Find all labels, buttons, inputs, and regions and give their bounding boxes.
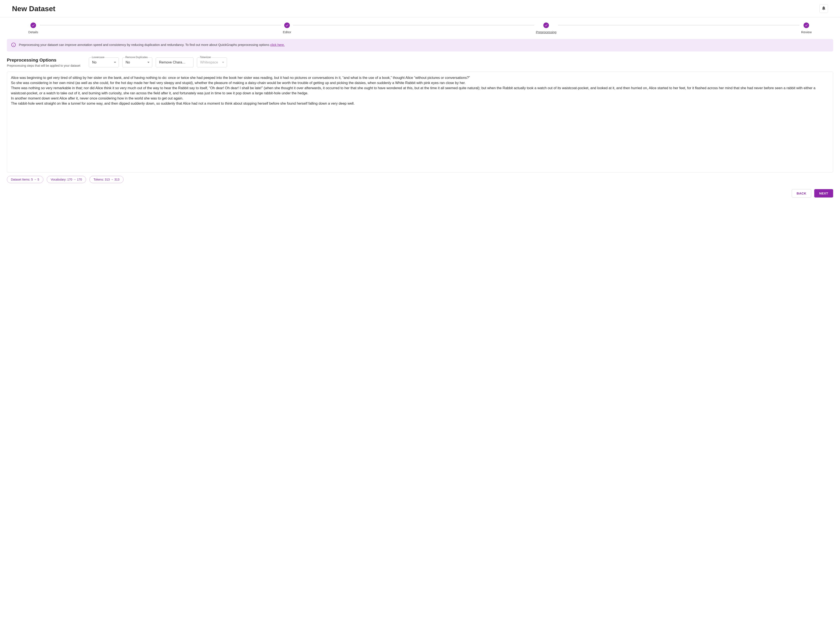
info-message: Preprocessing your dataset can improve a… <box>19 42 285 47</box>
remove-chars-input[interactable]: Remove Chara… <box>156 57 193 67</box>
back-button[interactable]: BACK <box>792 189 811 198</box>
field-remove-duplicates: Remove Duplicates No <box>122 57 152 67</box>
step-label: Review <box>801 30 812 34</box>
select-value: No <box>125 60 130 64</box>
step-review[interactable]: Review <box>801 23 812 34</box>
options-title: Preprocessing Options <box>7 57 80 63</box>
select-value: Whitespace <box>200 60 218 64</box>
options-controls: Lowercase No Remove Duplicates No Remove… <box>89 57 227 67</box>
stepper: Details Editor Preprocessing Review <box>7 23 833 39</box>
field-remove-chars: Remove Chara… <box>156 57 193 67</box>
bell-icon <box>821 6 826 11</box>
field-lowercase: Lowercase No <box>89 57 119 67</box>
check-icon <box>31 23 36 28</box>
remove-duplicates-select[interactable]: No <box>122 57 152 67</box>
step-label: Editor <box>283 30 291 34</box>
info-text: Preprocessing your dataset can improve a… <box>19 43 270 47</box>
step-label: Preprocessing <box>536 30 556 34</box>
check-icon <box>543 23 549 28</box>
footer-buttons: BACK NEXT <box>7 189 833 198</box>
select-value: No <box>92 60 96 64</box>
info-banner: Preprocessing your dataset can improve a… <box>7 39 833 52</box>
chip-dataset-items: Dataset Items: 5 → 5 <box>7 176 43 183</box>
tokenizer-select[interactable]: Whitespace <box>197 57 227 67</box>
info-link[interactable]: click here. <box>270 43 285 47</box>
chip-tokens: Tokens: 313 → 313 <box>89 176 123 183</box>
preview-text-box[interactable]: Alice was beginning to get very tired of… <box>7 71 833 172</box>
info-icon <box>11 42 16 48</box>
next-button[interactable]: NEXT <box>814 189 833 198</box>
options-row: Preprocessing Options Preprocessing step… <box>7 57 833 67</box>
step-preprocessing[interactable]: Preprocessing <box>536 23 556 34</box>
step-label: Details <box>28 30 38 34</box>
check-icon <box>284 23 290 28</box>
page-title: New Dataset <box>12 5 55 13</box>
stats-chips: Dataset Items: 5 → 5 Vocabulary: 170 → 1… <box>7 176 833 183</box>
options-header: Preprocessing Options Preprocessing step… <box>7 57 80 67</box>
step-editor[interactable]: Editor <box>283 23 291 34</box>
field-tokenizer: Tokenizer Whitespace <box>197 57 227 67</box>
input-value: Remove Chara… <box>159 60 186 64</box>
lowercase-select[interactable]: No <box>89 57 119 67</box>
options-subtitle: Preprocessing steps that will be applied… <box>7 64 80 67</box>
main-content: Details Editor Preprocessing Review Prep… <box>0 17 840 203</box>
step-details[interactable]: Details <box>28 23 38 34</box>
chip-vocabulary: Vocabulary: 170 → 170 <box>47 176 86 183</box>
check-icon <box>804 23 809 28</box>
notifications-button[interactable] <box>819 4 828 13</box>
app-header: New Dataset <box>0 0 840 17</box>
